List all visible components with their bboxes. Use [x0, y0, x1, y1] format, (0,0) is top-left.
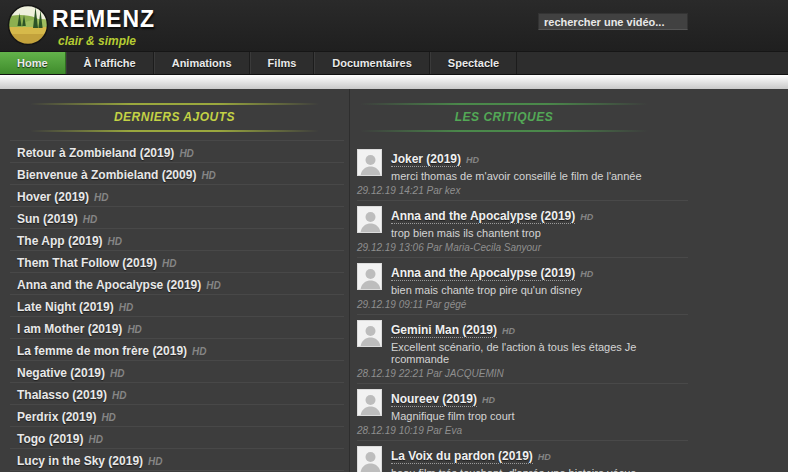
reviews-list: Joker (2019)HD merci thomas de m'avoir c… — [357, 144, 688, 472]
user-avatar-icon — [357, 263, 382, 290]
review-meta: 28.12.19 10:19 Par Eva — [357, 425, 688, 436]
latest-additions-header: DERNIERS AJOUTS — [30, 103, 319, 132]
nav-tab-spectacle[interactable]: Spectacle — [430, 52, 517, 74]
review-title[interactable]: Anna and the Apocalypse (2019) — [391, 266, 575, 281]
quality-badge: HD — [206, 280, 220, 291]
review-item: Noureev (2019)HD Magnifique film trop co… — [357, 384, 688, 441]
nav-filler — [517, 52, 788, 74]
brand-block: REMENZ clair & simple — [52, 6, 155, 48]
header-divider-strip — [0, 75, 788, 89]
movie-title[interactable]: Perdrix (2019) — [17, 410, 96, 424]
review-meta: 28.12.19 22:21 Par JACQUEMIN — [357, 368, 688, 379]
quality-badge: HD — [538, 452, 551, 462]
movie-title[interactable]: Retour à Zombieland (2019) — [17, 146, 174, 160]
movie-title[interactable]: The App (2019) — [17, 234, 103, 248]
quality-badge: HD — [201, 170, 215, 181]
user-avatar-icon — [357, 389, 382, 416]
movie-list-item[interactable]: Them That Follow (2019)HD — [10, 251, 344, 273]
movie-list-item[interactable]: The App (2019)HD — [10, 229, 344, 251]
quality-badge: HD — [580, 212, 593, 222]
movie-title[interactable]: I am Mother (2019) — [17, 322, 122, 336]
latest-list: Retour à Zombieland (2019)HD Bienvenue à… — [10, 140, 344, 471]
review-meta: 29.12.19 09:11 Par gégé — [357, 299, 688, 310]
site-tagline: clair & simple — [58, 34, 155, 48]
site-title[interactable]: REMENZ — [52, 6, 155, 33]
review-title[interactable]: Joker (2019) — [391, 152, 461, 167]
nav-tab-films[interactable]: Films — [250, 52, 315, 74]
user-avatar-icon — [357, 446, 382, 472]
review-item: Anna and the Apocalypse (2019)HD bien ma… — [357, 258, 688, 315]
movie-list-item[interactable]: Retour à Zombieland (2019)HD — [10, 141, 344, 163]
quality-badge: HD — [94, 192, 108, 203]
search-input[interactable] — [538, 13, 688, 30]
movie-title[interactable]: Them That Follow (2019) — [17, 256, 157, 270]
review-comment: Magnifique film trop court — [391, 410, 515, 422]
movie-list-item[interactable]: La femme de mon frère (2019)HD — [10, 339, 344, 361]
quality-badge: HD — [179, 148, 193, 159]
main-content: DERNIERS AJOUTS Retour à Zombieland (201… — [0, 89, 788, 472]
review-title[interactable]: Anna and the Apocalypse (2019) — [391, 209, 575, 224]
review-title[interactable]: Gemini Man (2019) — [391, 323, 497, 338]
quality-badge: HD — [101, 412, 115, 423]
nav-tab-animations[interactable]: Animations — [154, 52, 250, 74]
movie-list-item[interactable]: Anna and the Apocalypse (2019)HD — [10, 273, 344, 295]
movie-list-item[interactable]: I am Mother (2019)HD — [10, 317, 344, 339]
quality-badge: HD — [482, 395, 495, 405]
page: REMENZ clair & simple HomeÀ l'afficheAni… — [0, 0, 788, 472]
nav-tab-documentaires[interactable]: Documentaires — [314, 52, 429, 74]
movie-title[interactable]: Togo (2019) — [17, 432, 83, 446]
nav-tab--l-affiche[interactable]: À l'affiche — [66, 52, 154, 74]
divider-line — [360, 130, 648, 132]
review-item: La Voix du pardon (2019)HD beau film tré… — [357, 441, 688, 472]
site-logo-icon[interactable] — [7, 4, 49, 46]
movie-list-item[interactable]: Sun (2019)HD — [10, 207, 344, 229]
movie-title[interactable]: Late Night (2019) — [17, 300, 114, 314]
movie-list-item[interactable]: Hover (2019)HD — [10, 185, 344, 207]
movie-list-item[interactable]: Negative (2019)HD — [10, 361, 344, 383]
movie-list-item[interactable]: Lucy in the Sky (2019)HD — [10, 449, 344, 471]
latest-additions-section: DERNIERS AJOUTS Retour à Zombieland (201… — [0, 89, 350, 472]
top-header: REMENZ clair & simple — [0, 0, 788, 51]
reviews-section: LES CRITIQUES Joker (2019)HD merci thoma… — [350, 89, 788, 472]
review-comment: trop bien mais ils chantent trop — [391, 227, 593, 239]
movie-title[interactable]: Bienvenue à Zombieland (2009) — [17, 168, 196, 182]
review-comment: Excellent scénario, de l'action à tous l… — [391, 341, 688, 365]
review-title[interactable]: Noureev (2019) — [391, 392, 477, 407]
movie-list-item[interactable]: Perdrix (2019)HD — [10, 405, 344, 427]
latest-additions-title: DERNIERS AJOUTS — [30, 105, 319, 130]
movie-title[interactable]: Thalasso (2019) — [17, 388, 107, 402]
quality-badge: HD — [110, 368, 124, 379]
movie-title[interactable]: Anna and the Apocalypse (2019) — [17, 278, 201, 292]
user-avatar-icon — [357, 320, 382, 347]
quality-badge: HD — [127, 324, 141, 335]
movie-title[interactable]: Hover (2019) — [17, 190, 89, 204]
quality-badge: HD — [580, 269, 593, 279]
main-navigation: HomeÀ l'afficheAnimationsFilmsDocumentai… — [0, 51, 788, 75]
user-avatar-icon — [357, 149, 382, 176]
review-title[interactable]: La Voix du pardon (2019) — [391, 449, 533, 464]
quality-badge: HD — [88, 434, 102, 445]
quality-badge: HD — [162, 258, 176, 269]
review-item: Joker (2019)HD merci thomas de m'avoir c… — [357, 144, 688, 201]
quality-badge: HD — [112, 390, 126, 401]
quality-badge: HD — [119, 302, 133, 313]
quality-badge: HD — [148, 456, 162, 467]
quality-badge: HD — [192, 346, 206, 357]
movie-list-item[interactable]: Late Night (2019)HD — [10, 295, 344, 317]
quality-badge: HD — [83, 214, 97, 225]
movie-title[interactable]: Sun (2019) — [17, 212, 78, 226]
movie-title[interactable]: Negative (2019) — [17, 366, 105, 380]
reviews-title: LES CRITIQUES — [360, 105, 648, 130]
review-item: Gemini Man (2019)HD Excellent scénario, … — [357, 315, 688, 384]
review-comment: merci thomas de m'avoir conseillé le fil… — [391, 170, 642, 182]
review-comment: bien mais chante trop pire qu'un disney — [391, 284, 593, 296]
review-meta: 29.12.19 13:06 Par Maria-Cecila Sanyour — [357, 242, 688, 253]
movie-list-item[interactable]: Bienvenue à Zombieland (2009)HD — [10, 163, 344, 185]
review-comment: beau film trés touchant, d'aprés une his… — [391, 467, 636, 472]
movie-list-item[interactable]: Thalasso (2019)HD — [10, 383, 344, 405]
quality-badge: HD — [108, 236, 122, 247]
nav-tab-home[interactable]: Home — [0, 52, 66, 74]
movie-title[interactable]: Lucy in the Sky (2019) — [17, 454, 143, 468]
movie-list-item[interactable]: Togo (2019)HD — [10, 427, 344, 449]
movie-title[interactable]: La femme de mon frère (2019) — [17, 344, 187, 358]
